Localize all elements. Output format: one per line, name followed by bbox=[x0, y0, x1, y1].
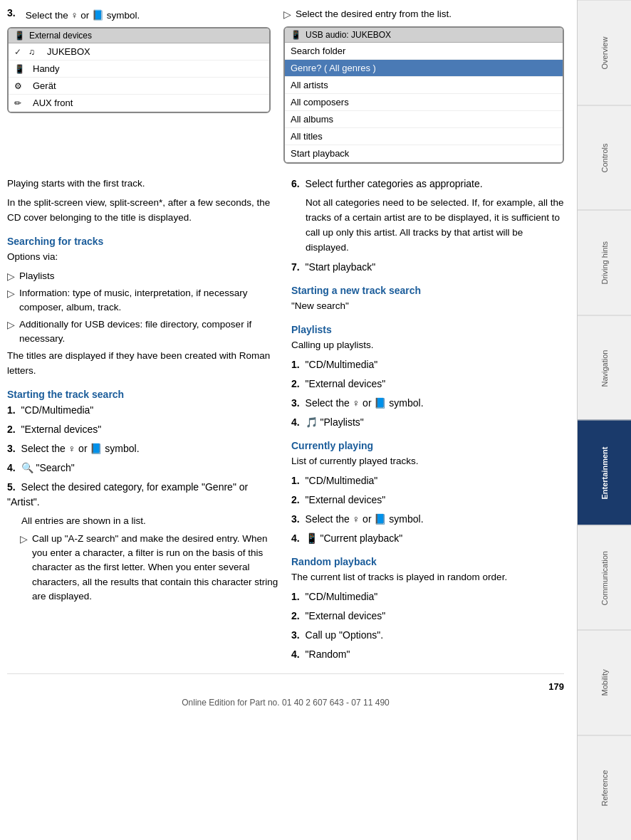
sidebar-tab-navigation[interactable]: Navigation bbox=[578, 315, 631, 421]
random-step-3-text: Call up "Options". bbox=[306, 629, 384, 641]
playlists-step-2-text: "External devices" bbox=[306, 378, 386, 389]
playlists-step-2: 2. "External devices" bbox=[291, 377, 564, 392]
random-step-2: 2. "External devices" bbox=[291, 609, 564, 624]
roman-letters-note: The titles are displayed if they have be… bbox=[7, 349, 280, 379]
jukebox-label: JUKEBOX bbox=[47, 46, 90, 57]
jukebox-icon: ♫ bbox=[28, 47, 41, 57]
currently-step-1-text: "CD/Multimedia" bbox=[306, 475, 378, 486]
start-playback-label: Start playback bbox=[291, 148, 349, 159]
currently-step-3: 3. Select the ♀ or 📘 symbol. bbox=[291, 512, 564, 527]
right-top: ▷ Select the desired entry from the list… bbox=[283, 7, 564, 171]
playlists-intro: Calling up playlists. bbox=[291, 338, 564, 353]
track-step-1: 1. "CD/Multimedia" bbox=[7, 403, 280, 418]
playlists-step-1-num: 1. bbox=[291, 359, 300, 370]
sidebar-tab-reference[interactable]: Reference bbox=[578, 735, 631, 841]
currently-step-4: 4. 📱 "Current playback" bbox=[291, 531, 564, 546]
two-col-main: Playing starts with the first track. In … bbox=[7, 177, 564, 666]
sub-bullet-az: ▷ Call up "A-Z search" and make the desi… bbox=[20, 532, 280, 604]
sidebar-tab-communication[interactable]: Communication bbox=[578, 525, 631, 631]
aux-icon: ✏ bbox=[14, 98, 27, 108]
random-step-2-text: "External devices" bbox=[306, 610, 386, 621]
aux-label: AUX front bbox=[33, 98, 73, 108]
left-top: 3. Select the ♀ or 📘 symbol. 📱 External … bbox=[7, 7, 271, 171]
bullet-arrow-1: ▷ bbox=[7, 270, 15, 284]
track-step-4-num: 4. bbox=[7, 462, 16, 473]
page-divider bbox=[7, 673, 564, 674]
playlists-step-2-num: 2. bbox=[291, 378, 300, 389]
sidebar-tab-navigation-label: Navigation bbox=[600, 350, 609, 387]
bullet-information-text: Information: type of music, interpretati… bbox=[19, 286, 280, 315]
sidebar-tab-communication-label: Communication bbox=[600, 551, 609, 605]
sidebar-tab-mobility[interactable]: Mobility bbox=[578, 630, 631, 735]
arrow-icon: ▷ bbox=[283, 8, 291, 22]
top-step-row: 3. Select the ♀ or 📘 symbol. 📱 External … bbox=[7, 7, 564, 171]
random-intro: The current list of tracks is played in … bbox=[291, 570, 564, 585]
playlists-step-3: 3. Select the ♀ or 📘 symbol. bbox=[291, 396, 564, 411]
ext-device-header-title: External devices bbox=[29, 31, 92, 41]
random-step-1-text: "CD/Multimedia" bbox=[306, 591, 378, 602]
usb-device-header-icon: 📱 bbox=[291, 30, 301, 40]
handy-icon: 📱 bbox=[14, 64, 27, 74]
split-screen-text: In the split-screen view, split-screen*,… bbox=[7, 196, 280, 226]
track-step-2-num: 2. bbox=[7, 424, 16, 435]
usb-all-albums: All albums bbox=[285, 111, 563, 128]
track-step-5-text: Select the desired category, for example… bbox=[7, 481, 248, 508]
currently-step-4-num: 4. bbox=[291, 532, 300, 544]
track-step-5-num: 5. bbox=[7, 481, 16, 493]
usb-start-playback: Start playback bbox=[285, 145, 563, 162]
currently-step-3-num: 3. bbox=[291, 513, 300, 525]
sidebar-tab-entertainment-label: Entertainment bbox=[600, 446, 609, 499]
section-currently-playing-heading: Currently playing bbox=[291, 440, 564, 451]
usb-all-artists: All artists bbox=[285, 77, 563, 94]
playlists-step-4: 4. 🎵 "Playlists" bbox=[291, 415, 564, 430]
currently-playing-intro: List of currently played tracks. bbox=[291, 454, 564, 469]
usb-all-composers: All composers bbox=[285, 94, 563, 111]
sidebar-tab-driving-hints[interactable]: Driving hints bbox=[578, 210, 631, 315]
currently-step-4-text: 📱 "Current playback" bbox=[306, 532, 403, 544]
genre-label: Genre? ( All genres ) bbox=[291, 63, 376, 73]
bullet-usb-text: Additionally for USB devices: file direc… bbox=[19, 317, 280, 347]
bullet-playlists-text: Playlists bbox=[19, 269, 55, 283]
arrow-step-text: Select the desired entry from the list. bbox=[296, 7, 452, 21]
usb-device-header-title: USB audio: JUKEBOX bbox=[306, 30, 391, 40]
section-playlists-heading: Playlists bbox=[291, 324, 564, 335]
handy-label: Handy bbox=[33, 63, 60, 74]
sub-bullet-arrow: ▷ bbox=[20, 532, 28, 547]
random-step-4-num: 4. bbox=[291, 649, 300, 660]
playlists-step-3-num: 3. bbox=[291, 397, 300, 409]
right-step-6: 6. Select further categories as appropri… bbox=[291, 177, 564, 191]
main-content: 3. Select the ♀ or 📘 symbol. 📱 External … bbox=[0, 0, 577, 840]
track-step-4: 4. 🔍 "Search" bbox=[7, 461, 280, 476]
currently-step-2-text: "External devices" bbox=[306, 494, 386, 505]
section-track-search-heading: Starting the track search bbox=[7, 389, 280, 400]
ext-device-gerat: ⚙ Gerät bbox=[9, 78, 269, 95]
sidebar-tab-mobility-label: Mobility bbox=[600, 670, 609, 696]
section-searching-heading: Searching for tracks bbox=[7, 236, 280, 247]
arrow-step-right: ▷ Select the desired entry from the list… bbox=[283, 7, 564, 22]
track-step-5: 5. Select the desired category, for exam… bbox=[7, 480, 280, 510]
ext-device-aux: ✏ AUX front bbox=[9, 95, 269, 112]
sidebar-tab-controls-label: Controls bbox=[600, 143, 609, 172]
currently-step-3-text: Select the ♀ or 📘 symbol. bbox=[306, 513, 424, 525]
footer-text: Online Edition for Part no. 01 40 2 607 … bbox=[7, 698, 564, 713]
sidebar-tab-entertainment[interactable]: Entertainment bbox=[578, 420, 631, 525]
random-step-4-text: "Random" bbox=[306, 649, 350, 660]
usb-device-list: Search folder Genre? ( All genres ) All … bbox=[285, 43, 563, 162]
usb-device-header: 📱 USB audio: JUKEBOX bbox=[285, 28, 563, 43]
sub-bullet-text: Call up "A-Z search" and make the desire… bbox=[32, 532, 280, 604]
usb-device-box: 📱 USB audio: JUKEBOX Search folder Genre… bbox=[283, 26, 564, 164]
sidebar-tab-overview[interactable]: Overview bbox=[578, 0, 631, 105]
all-entries-note: All entries are shown in a list. bbox=[21, 514, 280, 529]
all-artists-label: All artists bbox=[291, 80, 328, 90]
sidebar-tab-controls[interactable]: Controls bbox=[578, 105, 631, 211]
random-step-4: 4. "Random" bbox=[291, 647, 564, 662]
all-composers-label: All composers bbox=[291, 97, 349, 107]
currently-step-2-num: 2. bbox=[291, 494, 300, 505]
track-step-3-text: Select the ♀ or 📘 symbol. bbox=[21, 443, 140, 454]
options-label: Options via: bbox=[7, 250, 280, 265]
track-step-1-num: 1. bbox=[7, 404, 16, 416]
left-column: Playing starts with the first track. In … bbox=[7, 177, 280, 666]
right-step-6-num: 6. bbox=[291, 178, 300, 189]
playlists-step-4-num: 4. bbox=[291, 416, 300, 428]
section-new-search-heading: Starting a new track search bbox=[291, 285, 564, 296]
